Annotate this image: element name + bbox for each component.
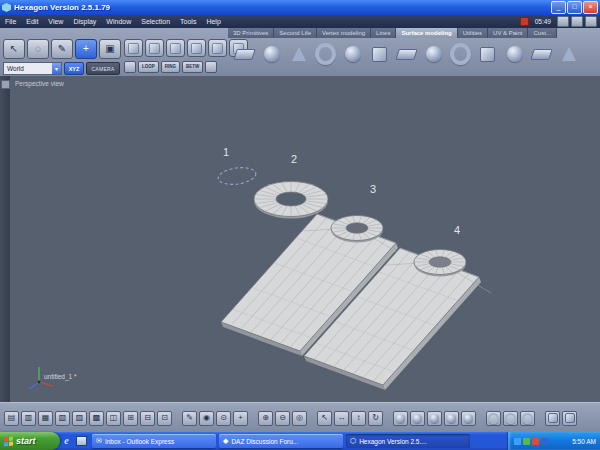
zoom-fit-icon[interactable]: ◎ (292, 411, 307, 426)
tray-shield-icon[interactable] (523, 438, 530, 445)
tab-uv-paint[interactable]: UV & Paint (488, 28, 528, 38)
close-button[interactable]: × (583, 1, 598, 14)
viewport-layout6-icon[interactable]: ▩ (89, 411, 104, 426)
menu-item[interactable]: View (43, 18, 68, 25)
zoom-in-icon[interactable]: ⊕ (258, 411, 273, 426)
bridge-icon[interactable] (558, 41, 579, 67)
thickness-icon[interactable] (234, 41, 255, 67)
rotate-view-icon[interactable]: ↻ (368, 411, 383, 426)
menu-item[interactable]: Display (68, 18, 101, 25)
grid-dot-icon[interactable]: ⊡ (157, 411, 172, 426)
smoothing-icon[interactable] (261, 41, 282, 67)
coons-surface-icon[interactable] (342, 41, 363, 67)
tab-3d-primitives[interactable]: 3D Primitives (228, 28, 274, 38)
task-outlook-express[interactable]: ✉ Inbox - Outlook Express (92, 434, 216, 448)
internet-explorer-icon[interactable]: e (60, 434, 73, 447)
loop-button[interactable]: LOOP (138, 61, 159, 73)
viewport-dual-icon[interactable]: ◫ (106, 411, 121, 426)
crown-icon[interactable] (504, 41, 525, 67)
edge-ring-icon[interactable] (166, 39, 185, 57)
tab-utilities[interactable]: Utilities (458, 28, 488, 38)
world-selector[interactable]: World ▾ (3, 62, 62, 75)
menu-item[interactable]: Tools (175, 18, 201, 25)
menu-item[interactable]: Help (201, 18, 225, 25)
step-2-ring-object[interactable] (254, 182, 328, 219)
xyz-button[interactable]: XYZ (64, 62, 84, 75)
perspective-viewport[interactable]: 1234 Perspective view untitled_1 * (10, 76, 600, 402)
tab-surface-modeling[interactable]: Surface modeling (396, 28, 457, 38)
pan-v-icon[interactable]: ↕ (351, 411, 366, 426)
camera-tool-icon[interactable]: ▣ (99, 39, 121, 59)
manipulator-tool-icon[interactable]: + (75, 39, 97, 59)
tab-second-life[interactable]: Second Life (274, 28, 317, 38)
select-mode-icon[interactable]: ↖ (317, 411, 332, 426)
zoom-out-icon[interactable]: ⊖ (275, 411, 290, 426)
step-1-selection-ellipse[interactable] (217, 165, 257, 186)
grid-minus-icon[interactable]: ⊟ (140, 411, 155, 426)
viewport-quad-icon[interactable]: ▧ (55, 411, 70, 426)
title-bar[interactable]: Hexagon Version 2.5.1.79 _ □ × (0, 0, 600, 15)
gordon-surface-icon[interactable] (369, 41, 390, 67)
tab-lines[interactable]: Lines (371, 28, 396, 38)
start-button[interactable]: start (0, 432, 60, 450)
show-desktop-icon[interactable] (75, 434, 88, 447)
viewport-panel-icon[interactable] (1, 80, 10, 89)
viewport-single-icon[interactable]: ▤ (4, 411, 19, 426)
doc-minimize-button[interactable] (557, 16, 569, 27)
revolution-icon[interactable] (450, 41, 471, 67)
doc-restore-button[interactable] (571, 16, 583, 27)
ring-button[interactable]: RING (161, 61, 180, 73)
dissolve-icon[interactable] (208, 39, 227, 57)
menu-item[interactable]: File (0, 18, 21, 25)
offset-surface-icon[interactable] (477, 41, 498, 67)
tray-alert-icon[interactable] (532, 438, 539, 445)
tray-volume-icon[interactable] (541, 438, 548, 445)
tessellate-icon[interactable] (124, 39, 143, 57)
pan-h-icon[interactable]: ↔ (334, 411, 349, 426)
camera-button[interactable]: CAMERA (86, 62, 120, 75)
tab-vertex-modeling[interactable]: Vertex modeling (317, 28, 371, 38)
draw-icon[interactable]: ✎ (182, 411, 197, 426)
menu-item[interactable]: Selection (136, 18, 175, 25)
select-edges-icon[interactable] (124, 61, 136, 73)
pen-tool-icon[interactable]: ✎ (51, 39, 73, 59)
shading-textured-icon[interactable] (444, 411, 459, 426)
add-icon[interactable]: + (233, 411, 248, 426)
edge-loop-icon[interactable] (145, 39, 164, 57)
light-toggle-icon[interactable] (520, 411, 535, 426)
fillet-icon[interactable] (531, 41, 552, 67)
sweep-surface-icon[interactable] (315, 41, 336, 67)
ruled-surface-icon[interactable] (423, 41, 444, 67)
properties-panel-icon[interactable] (545, 411, 560, 426)
maximize-button[interactable]: □ (567, 1, 582, 14)
dropdown-arrow-icon[interactable]: ▾ (52, 63, 61, 74)
menu-item[interactable]: Edit (21, 18, 43, 25)
material-ball-icon[interactable] (503, 411, 518, 426)
select-arrow-icon[interactable]: ↖ (3, 39, 25, 59)
select-faces-icon[interactable] (205, 61, 217, 73)
render-mode-icon[interactable] (486, 411, 501, 426)
snap-center-icon[interactable]: ◉ (199, 411, 214, 426)
task-daz-forum[interactable]: ◆ DAZ Discussion Foru... (219, 434, 343, 448)
viewport-split-v-icon[interactable]: ▦ (38, 411, 53, 426)
tray-network-icon[interactable] (514, 438, 521, 445)
grid-toggle-icon[interactable]: ⊞ (123, 411, 138, 426)
extrude-surface-icon[interactable] (288, 41, 309, 67)
viewport-split-h-icon[interactable]: ▥ (21, 411, 36, 426)
lasso-select-icon[interactable]: ◌ (27, 39, 49, 59)
between-button[interactable]: BETW (182, 61, 203, 73)
minimize-button[interactable]: _ (551, 1, 566, 14)
shading-flat-icon[interactable] (410, 411, 425, 426)
shading-transparent-icon[interactable] (461, 411, 476, 426)
connect-icon[interactable] (187, 39, 206, 57)
doc-close-button[interactable] (585, 16, 597, 27)
task-hexagon[interactable]: ⬡ Hexagon Version 2.5.... (346, 434, 470, 448)
viewport-scene[interactable]: 1234 (10, 76, 600, 402)
magnet-icon[interactable]: ⊙ (216, 411, 231, 426)
scene-tree-icon[interactable] (562, 411, 577, 426)
shading-smooth-icon[interactable] (427, 411, 442, 426)
viewport-layout5-icon[interactable]: ▨ (72, 411, 87, 426)
shading-wireframe-icon[interactable] (393, 411, 408, 426)
double-sweep-icon[interactable] (396, 41, 417, 67)
menu-item[interactable]: Window (101, 18, 136, 25)
